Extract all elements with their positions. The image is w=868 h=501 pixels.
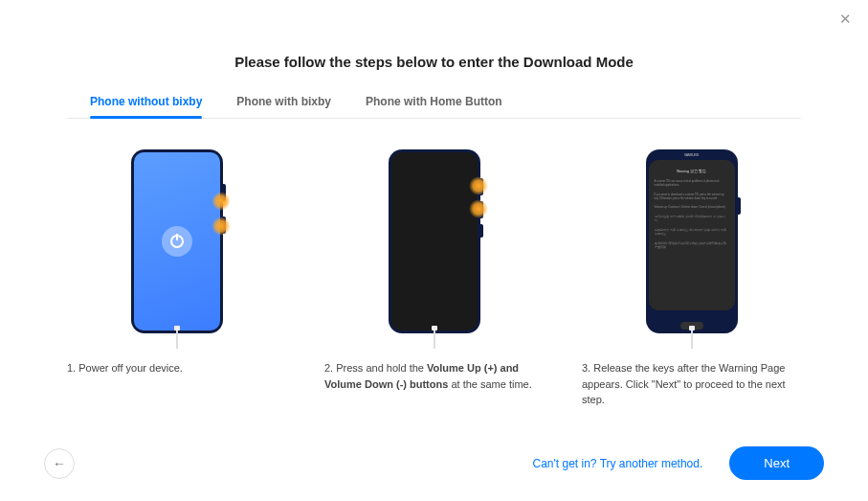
next-button[interactable]: Next: [729, 446, 824, 480]
tabs: Phone without bixby Phone with bixby Pho…: [67, 95, 801, 119]
back-button[interactable]: ←: [44, 448, 75, 479]
step-3-text: 3. Release the keys after the Warning Pa…: [582, 360, 801, 408]
page-title: Please follow the steps below to enter t…: [67, 54, 801, 70]
step-3: SAMSUNG Warning 경고 警告 A custom OS can ca…: [582, 149, 801, 408]
close-icon[interactable]: ✕: [837, 11, 853, 27]
arrow-left-icon: ←: [53, 456, 66, 471]
try-another-method-link[interactable]: Can't get in? Try another method.: [533, 457, 703, 470]
tab-phone-with-home-button[interactable]: Phone with Home Button: [366, 95, 502, 118]
power-icon: [162, 226, 192, 257]
phone-illustration-buttons: [389, 149, 480, 333]
tab-phone-without-bixby[interactable]: Phone without bixby: [90, 95, 202, 118]
phone-illustration-poweroff: [131, 149, 223, 333]
phone-illustration-warning: SAMSUNG Warning 경고 警告 A custom OS can ca…: [646, 149, 738, 333]
step-2: 2. Press and hold the Volume Up (+) and …: [324, 149, 544, 408]
cable-icon: [176, 330, 178, 349]
step-1: 1. Power off your device.: [67, 149, 286, 408]
step-1-text: 1. Power off your device.: [67, 360, 183, 376]
tab-phone-with-bixby[interactable]: Phone with bixby: [236, 95, 331, 118]
cable-icon: [691, 330, 693, 349]
step-2-text: 2. Press and hold the Volume Up (+) and …: [324, 360, 544, 392]
cable-icon: [434, 330, 435, 349]
